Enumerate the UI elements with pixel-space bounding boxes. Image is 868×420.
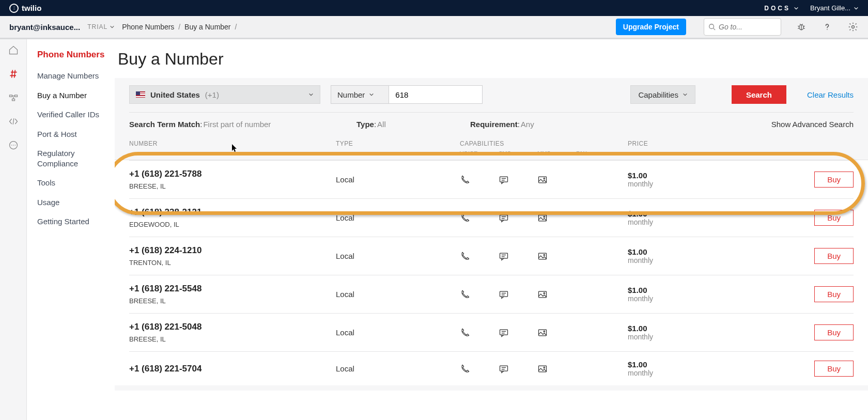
upgrade-project-button[interactable]: Upgrade Project	[616, 19, 686, 35]
price: $1.00	[628, 324, 792, 333]
svg-rect-13	[14, 95, 17, 97]
brand-name: twilio	[22, 4, 41, 12]
sidebar-item[interactable]: Getting Started	[33, 212, 115, 231]
svg-line-9	[802, 24, 803, 25]
mms-icon	[537, 175, 548, 185]
filter-value-input[interactable]	[389, 86, 482, 103]
price-period: monthly	[628, 369, 792, 377]
location: BREESE, IL	[129, 297, 336, 305]
buy-button[interactable]: Buy	[814, 172, 854, 188]
brand-logo[interactable]: :: twilio	[9, 4, 41, 13]
number-type: Local	[336, 290, 460, 299]
sms-icon	[499, 328, 509, 338]
buy-button[interactable]: Buy	[814, 324, 854, 340]
sms-icon	[499, 289, 509, 300]
buy-button[interactable]: Buy	[814, 248, 854, 264]
mms-icon	[537, 289, 548, 300]
filter-field-select[interactable]: Number	[331, 86, 389, 103]
price: $1.00	[628, 171, 792, 180]
section-nav: Phone Numbers Manage NumbersBuy a Number…	[27, 39, 115, 420]
svg-point-18	[14, 145, 16, 146]
buy-button[interactable]: Buy	[814, 286, 854, 302]
location: BREESE, IL	[129, 182, 336, 190]
table-header: NUMBER TYPE CAPABILITIES PRICE	[129, 134, 854, 150]
search-icon	[708, 23, 716, 30]
table-row: +1 (618) 224-1210TRENTON, ILLocal$1.00mo…	[129, 237, 854, 275]
global-search-input[interactable]	[719, 23, 770, 31]
sidebar-item[interactable]: Verified Caller IDs	[33, 105, 115, 125]
svg-line-6	[798, 28, 799, 29]
price: $1.00	[628, 360, 792, 369]
docs-link[interactable]: DOCS	[764, 5, 799, 12]
location: TRENTON, IL	[129, 259, 336, 267]
sidebar-item[interactable]: Tools	[33, 173, 115, 193]
chevron-down-icon	[854, 6, 859, 11]
price-period: monthly	[628, 180, 792, 188]
account-name[interactable]: bryant@inksauce...	[9, 23, 80, 32]
search-panel: United States (+1) Number Capabilities	[115, 78, 868, 391]
product-rail	[0, 39, 27, 420]
voice-icon	[460, 289, 470, 300]
sms-icon	[499, 364, 509, 374]
chevron-down-icon	[369, 92, 374, 97]
buy-button[interactable]: Buy	[814, 210, 854, 226]
mms-icon	[537, 364, 548, 374]
clear-results-link[interactable]: Clear Results	[807, 90, 854, 99]
number-type: Local	[336, 252, 460, 260]
price-period: monthly	[628, 256, 792, 265]
mms-icon	[537, 251, 548, 261]
trial-dropdown[interactable]: TRIAL	[87, 23, 115, 30]
sms-icon	[499, 251, 509, 261]
phone-number: +1 (618) 238-2121	[129, 207, 336, 217]
phone-number: +1 (618) 224-1210	[129, 245, 336, 256]
capabilities-select[interactable]: Capabilities	[630, 85, 695, 104]
svg-rect-29	[500, 253, 508, 258]
global-header: :: twilio DOCS Bryant Gille...	[0, 0, 868, 16]
svg-point-38	[544, 292, 545, 294]
hash-icon[interactable]	[8, 68, 19, 80]
svg-point-17	[13, 145, 14, 146]
settings-icon[interactable]	[847, 22, 859, 32]
filter-row: United States (+1) Number Capabilities	[129, 85, 854, 113]
svg-rect-12	[9, 95, 12, 97]
help-icon[interactable]	[822, 22, 833, 32]
location: EDGEWOOD, IL	[129, 221, 336, 228]
sidebar-item[interactable]: Buy a Number	[33, 86, 115, 105]
svg-rect-44	[500, 366, 508, 371]
country-select[interactable]: United States (+1)	[129, 85, 320, 104]
more-icon[interactable]	[8, 139, 19, 151]
voice-icon	[460, 251, 470, 261]
table-row: +1 (618) 221-5548BREESE, ILLocal$1.00mon…	[129, 275, 854, 313]
svg-point-33	[544, 254, 545, 256]
breadcrumb-item[interactable]: Buy a Number	[184, 23, 230, 31]
number-type: Local	[336, 364, 460, 373]
sidebar-item[interactable]: Regulatory Compliance	[33, 144, 115, 173]
mms-icon	[537, 328, 548, 338]
voice-icon	[460, 328, 470, 338]
code-icon[interactable]	[8, 116, 19, 127]
svg-point-23	[544, 178, 545, 179]
user-menu[interactable]: Bryant Gille...	[810, 4, 859, 12]
svg-point-48	[544, 367, 545, 368]
results-list: +1 (618) 221-5788BREESE, ILLocal$1.00mon…	[115, 160, 868, 385]
svg-rect-42	[539, 330, 547, 336]
sidebar-item[interactable]: Port & Host	[33, 125, 115, 144]
global-search[interactable]	[704, 18, 781, 36]
svg-point-43	[544, 331, 545, 332]
section-title[interactable]: Phone Numbers	[33, 46, 115, 66]
sidebar-item[interactable]: Usage	[33, 193, 115, 212]
price: $1.00	[628, 209, 792, 218]
breadcrumb-item[interactable]: Phone Numbers	[122, 23, 174, 31]
svg-point-16	[11, 145, 12, 146]
main-content: Buy a Number United States (+1) Number	[115, 39, 868, 420]
buy-button[interactable]: Buy	[814, 361, 854, 377]
sidebar-item[interactable]: Manage Numbers	[33, 66, 115, 86]
number-type: Local	[336, 213, 460, 222]
number-filter: Number	[331, 85, 483, 104]
svg-line-8	[800, 24, 801, 25]
search-button[interactable]: Search	[732, 85, 786, 104]
home-icon[interactable]	[8, 44, 19, 56]
show-advanced-search-link[interactable]: Show Advanced Search	[771, 120, 854, 129]
debug-icon[interactable]	[796, 22, 807, 32]
studio-icon[interactable]	[8, 92, 19, 103]
